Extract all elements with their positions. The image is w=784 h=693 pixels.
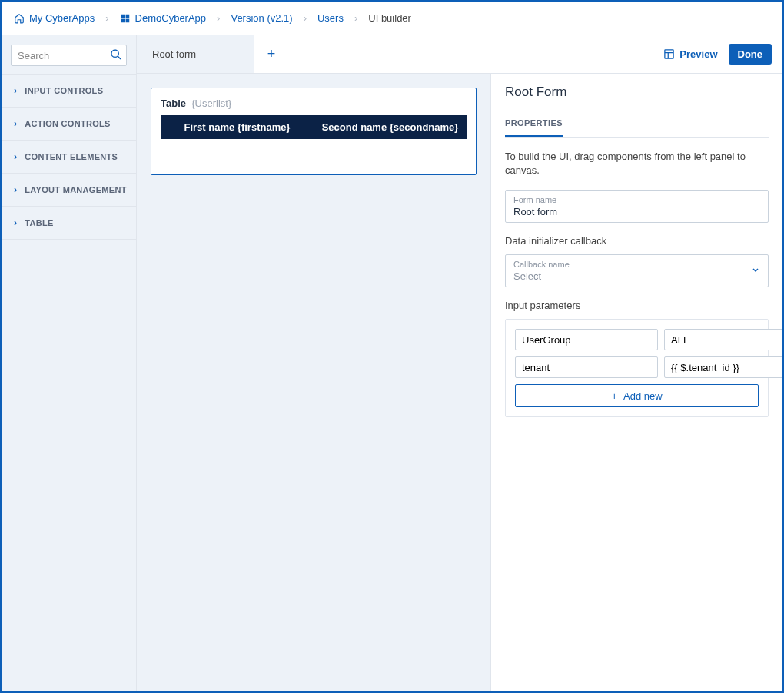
chevron-right-icon: › [14, 184, 17, 195]
panel-title: Root Form [505, 85, 769, 100]
plus-icon: + [267, 46, 276, 62]
preview-icon [663, 48, 675, 60]
form-name-field[interactable]: Form name [505, 190, 769, 223]
left-sidebar: › INPUT CONTROLS › ACTION CONTROLS › CON… [2, 35, 137, 691]
param-value-input[interactable] [664, 356, 782, 378]
svg-rect-3 [125, 18, 129, 22]
sidebar-category-input-controls[interactable]: › INPUT CONTROLS [2, 75, 136, 108]
svg-rect-2 [121, 18, 125, 22]
svg-rect-0 [121, 14, 125, 18]
params-box: + Add new [505, 319, 769, 417]
param-key-input[interactable] [515, 356, 658, 378]
breadcrumb-app[interactable]: DemoCyberApp [120, 12, 207, 24]
svg-point-4 [111, 50, 118, 57]
done-button[interactable]: Done [729, 44, 772, 65]
sidebar-category-action-controls[interactable]: › ACTION CONTROLS [2, 108, 136, 141]
sidebar-category-layout-management[interactable]: › LAYOUT MANAGEMENT [2, 174, 136, 207]
table-body [161, 139, 467, 165]
chevron-right-icon: › [217, 12, 220, 24]
breadcrumb-current: UI builder [368, 12, 411, 24]
add-param-button[interactable]: + Add new [515, 384, 759, 407]
chevron-right-icon: › [105, 12, 108, 24]
top-bar: Root form + Preview Done [137, 35, 782, 74]
plus-icon: + [611, 390, 617, 402]
callback-label: Callback name [513, 260, 760, 269]
breadcrumb: My CyberApps › DemoCyberApp › Version (v… [2, 2, 782, 35]
chevron-right-icon: › [14, 118, 17, 129]
home-icon [14, 13, 25, 24]
chevron-right-icon: › [14, 217, 17, 228]
search-box [11, 45, 127, 66]
form-name-input[interactable] [513, 206, 760, 217]
breadcrumb-users[interactable]: Users [317, 12, 344, 24]
preview-button[interactable]: Preview [663, 48, 717, 60]
table-column[interactable]: First name {firstname} [161, 121, 314, 133]
table-column[interactable]: Second name {secondname} [314, 121, 467, 133]
chevron-right-icon: › [304, 12, 307, 24]
search-icon[interactable] [110, 48, 122, 63]
chevron-right-icon: › [14, 151, 17, 162]
canvas-area: Table {Userlist} First name {firstname} … [137, 74, 490, 691]
component-title: Table {Userlist} [161, 98, 467, 109]
chevron-down-icon [751, 265, 760, 277]
form-name-label: Form name [513, 195, 760, 204]
svg-rect-1 [125, 14, 129, 18]
table-component[interactable]: Table {Userlist} First name {firstname} … [151, 88, 477, 175]
callback-select[interactable]: Callback name Select [505, 254, 769, 287]
svg-line-5 [118, 56, 121, 59]
param-value-input[interactable] [664, 329, 782, 350]
add-tab-button[interactable]: + [254, 35, 288, 73]
callback-section-label: Data initializer callback [505, 235, 769, 247]
panel-hint: To build the UI, drag components from th… [505, 150, 769, 177]
app-icon [120, 13, 131, 24]
callback-value: Select [513, 270, 760, 282]
tab-root-form[interactable]: Root form [137, 35, 254, 73]
sidebar-category-table[interactable]: › TABLE [2, 207, 136, 240]
param-row [515, 356, 759, 378]
params-section-label: Input parameters [505, 300, 769, 311]
panel-tabs: PROPERTIES [505, 114, 769, 138]
breadcrumb-version[interactable]: Version (v2.1) [231, 12, 292, 24]
param-key-input[interactable] [515, 329, 658, 350]
chevron-right-icon: › [14, 85, 17, 96]
table-header: First name {firstname} Second name {seco… [161, 115, 467, 139]
breadcrumb-my-cyberapps[interactable]: My CyberApps [14, 12, 95, 24]
chevron-right-icon: › [354, 12, 357, 24]
param-row [515, 329, 759, 350]
tab-properties[interactable]: PROPERTIES [505, 114, 563, 137]
svg-rect-6 [665, 50, 673, 58]
properties-panel: Root Form PROPERTIES To build the UI, dr… [490, 74, 782, 691]
sidebar-category-content-elements[interactable]: › CONTENT ELEMENTS [2, 141, 136, 174]
